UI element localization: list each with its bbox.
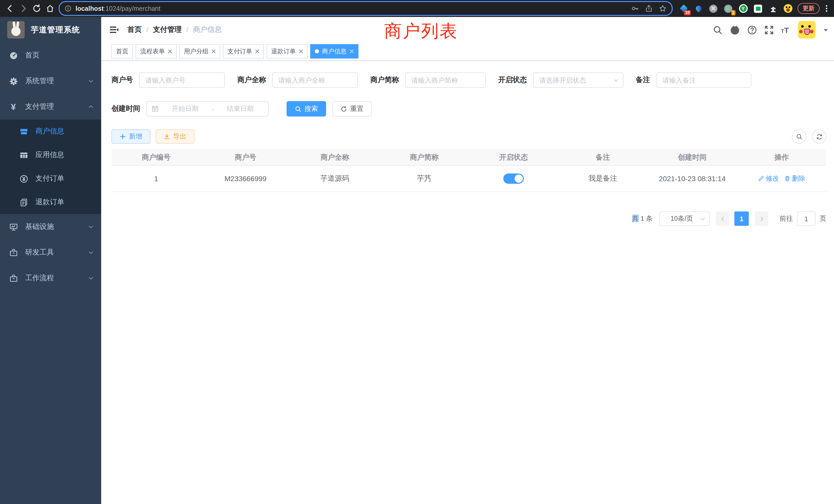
refresh-table-button[interactable] xyxy=(812,129,826,144)
close-icon[interactable] xyxy=(299,49,303,53)
merchant-no-label: 商户号 xyxy=(111,75,133,85)
search-button[interactable]: 搜索 xyxy=(287,101,326,116)
sidebar-item-pay-order[interactable]: 支付订单 xyxy=(0,167,101,190)
status-select-input[interactable] xyxy=(533,72,623,88)
extensions-puzzle-icon[interactable] xyxy=(768,4,777,13)
browser-forward-icon[interactable] xyxy=(17,2,30,15)
extension-recorder-icon[interactable]: 1 xyxy=(724,4,733,13)
status-toggle[interactable] xyxy=(503,174,524,184)
chevron-down-icon xyxy=(700,216,706,222)
sidebar-item-merchant-info[interactable]: 商户信息 xyxy=(0,120,101,143)
extension-command-icon[interactable]: ⌘ xyxy=(709,4,718,13)
create-time-label: 创建时间 xyxy=(111,104,140,113)
user-avatar[interactable] xyxy=(798,21,815,39)
breadcrumb-pay[interactable]: 支付管理 xyxy=(153,25,182,35)
cell-remark: 我是备注 xyxy=(558,166,648,191)
cell-create-time: 2021-10-23 08:31:14 xyxy=(648,166,737,191)
table-header-row: 商户编号 商户号 商户全称 商户简称 开启状态 备注 创建时间 操作 xyxy=(111,149,826,166)
browser-toolbar: localhost:1024/pay/merchant 10 ⌘ 1 Y xyxy=(0,0,834,17)
trash-icon xyxy=(784,176,790,182)
reset-button[interactable]: 重置 xyxy=(332,101,372,116)
date-range-picker[interactable]: 开始日期 - 结束日期 xyxy=(146,101,269,116)
add-button[interactable]: 新增 xyxy=(111,129,151,144)
yen-circle-icon xyxy=(19,174,28,183)
prev-page-button[interactable] xyxy=(716,211,729,226)
hide-search-button[interactable] xyxy=(792,129,806,144)
browser-back-icon[interactable] xyxy=(3,2,17,15)
close-icon[interactable] xyxy=(168,49,172,53)
tab-home[interactable]: 首页 xyxy=(111,44,133,59)
close-icon[interactable] xyxy=(350,49,354,53)
sidebar-item-workflow[interactable]: 工作流程 xyxy=(0,265,101,291)
sidebar-item-system[interactable]: 系统管理 xyxy=(0,68,101,94)
remark-input[interactable] xyxy=(656,72,751,88)
extension-badge: 10 xyxy=(684,10,691,15)
annotation-text: 商户列表 xyxy=(384,20,458,43)
sidebar-item-infra[interactable]: 基础设施 xyxy=(0,214,101,240)
yen-icon: ¥ xyxy=(9,102,18,111)
extension-chat-icon[interactable] xyxy=(753,4,763,13)
edit-link[interactable]: 修改 xyxy=(758,174,779,183)
browser-reload-icon[interactable] xyxy=(30,2,43,15)
merchant-shortname-label: 商户简称 xyxy=(370,75,399,85)
toolbox-icon xyxy=(9,248,18,257)
profile-avatar-icon[interactable] xyxy=(783,4,792,13)
sidebar-item-refund-order[interactable]: 退款订单 xyxy=(0,190,101,214)
status-select[interactable] xyxy=(533,72,623,88)
extension-pin-icon[interactable] xyxy=(694,4,703,13)
merchant-fullname-input[interactable] xyxy=(272,72,358,88)
tab-user-group[interactable]: 用户分组 xyxy=(179,44,220,59)
export-button[interactable]: 导出 xyxy=(156,129,195,144)
tab-refund-order[interactable]: 退款订单 xyxy=(266,44,308,59)
url-path: :1024/pay/merchant xyxy=(104,5,160,12)
browser-home-icon[interactable] xyxy=(43,2,57,15)
date-end-placeholder[interactable]: 结束日期 xyxy=(217,104,263,113)
close-icon[interactable] xyxy=(255,49,259,53)
sidebar-item-devtools[interactable]: 研发工具 xyxy=(0,240,101,265)
date-start-placeholder[interactable]: 开始日期 xyxy=(162,104,208,113)
merchant-no-input[interactable] xyxy=(139,72,225,88)
extension-pinned-icon[interactable]: 10 xyxy=(679,4,688,13)
dashboard-icon xyxy=(9,51,18,60)
merchant-shortname-input[interactable] xyxy=(405,72,486,88)
goto-label: 前往 xyxy=(780,214,793,223)
sidebar-item-app-info[interactable]: 应用信息 xyxy=(0,143,101,167)
tab-process-form[interactable]: 流程表单 xyxy=(136,44,177,59)
chevron-down-icon xyxy=(88,275,94,281)
delete-link[interactable]: 删除 xyxy=(784,174,805,183)
header-search-icon[interactable] xyxy=(712,25,722,35)
help-icon[interactable] xyxy=(747,25,757,35)
github-icon[interactable] xyxy=(729,25,740,35)
chrome-update-button[interactable]: 更新 xyxy=(797,3,820,14)
extension-y-icon[interactable]: Y xyxy=(739,4,748,13)
browser-menu-icon[interactable] xyxy=(823,5,830,12)
shop-icon xyxy=(19,127,28,136)
goto-page-input[interactable] xyxy=(797,211,815,226)
share-icon[interactable] xyxy=(645,5,653,12)
fullscreen-icon[interactable] xyxy=(764,25,774,35)
sidebar-item-pay[interactable]: ¥ 支付管理 xyxy=(0,94,101,120)
total-count: 共 1 条 xyxy=(632,214,653,223)
sidebar-item-home[interactable]: 首页 xyxy=(0,43,101,68)
page-number-1[interactable]: 1 xyxy=(734,211,749,226)
tab-pay-order[interactable]: 支付订单 xyxy=(223,44,264,59)
calendar-icon xyxy=(152,105,159,112)
user-menu-caret-icon[interactable] xyxy=(824,29,828,33)
app-logo[interactable]: 芋道管理系统 xyxy=(0,17,101,43)
bookmark-star-icon[interactable] xyxy=(659,5,666,12)
password-key-icon[interactable] xyxy=(631,5,639,12)
collapse-sidebar-icon[interactable] xyxy=(109,25,119,35)
close-icon[interactable] xyxy=(212,49,216,53)
next-page-button[interactable] xyxy=(755,211,768,226)
font-size-icon[interactable]: TT xyxy=(781,26,789,33)
extensions-area: 10 ⌘ 1 Y xyxy=(679,4,792,13)
breadcrumb-home[interactable]: 首页 xyxy=(127,25,142,35)
main-area: 商户列表 首页 / 支付管理 / 商户信息 xyxy=(101,17,834,504)
refresh-icon xyxy=(341,106,347,112)
search-form-row-1: 商户号 商户全称 商户简称 开启状态 xyxy=(111,72,826,88)
address-bar[interactable]: localhost:1024/pay/merchant xyxy=(59,1,673,16)
goto-suffix: 页 xyxy=(820,214,826,223)
page-size-select[interactable]: 10条/页 xyxy=(659,211,710,226)
site-info-icon[interactable] xyxy=(65,5,71,12)
tab-merchant-info[interactable]: 商户信息 xyxy=(310,44,358,59)
